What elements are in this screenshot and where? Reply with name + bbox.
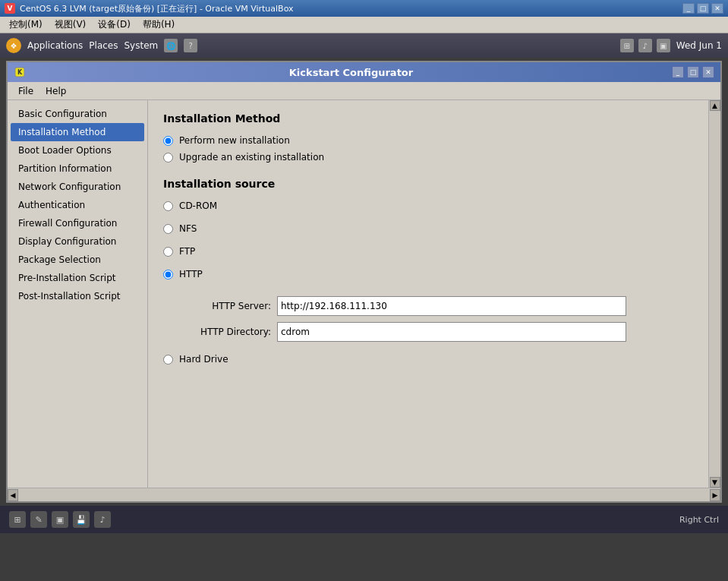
source-options-group: CD-ROM NFS FTP HTTP HTTP Server: [163, 201, 693, 371]
ftp-row: FTP [163, 246, 693, 257]
vbox-usb-icon[interactable]: ✎ [30, 511, 47, 528]
places-menu[interactable]: Places [89, 40, 118, 51]
display-icon: ▣ [657, 39, 670, 52]
http-server-input[interactable] [277, 296, 626, 316]
sidebar-item-network-configuration[interactable]: Network Configuration [11, 178, 144, 196]
vm-menubar: 控制(M) 视图(V) 设备(D) 帮助(H) [0, 17, 728, 33]
vertical-scrollbar[interactable]: ▲ ▼ [708, 100, 720, 488]
app-menubar: File Help [8, 82, 720, 100]
vm-menu-control[interactable]: 控制(M) [3, 17, 49, 33]
hard-drive-row: Hard Drive [163, 354, 693, 365]
window-titlebar: V CentOS 6.3 LVM (target原始备份) [正在运行] - O… [0, 0, 728, 17]
help-icon: ? [184, 39, 197, 52]
http-server-row: HTTP Server: [178, 296, 693, 316]
cdrom-row: CD-ROM [163, 201, 693, 211]
close-button[interactable]: ✕ [711, 3, 723, 14]
clock: Wed Jun 1 [676, 40, 722, 51]
sidebar-item-boot-loader-options[interactable]: Boot Loader Options [11, 141, 144, 159]
app-titlebar: K Kickstart Configurator _ □ ✕ [8, 62, 720, 82]
http-row: HTTP [163, 269, 693, 279]
http-details: HTTP Server: HTTP Directory: [178, 296, 693, 348]
installation-type-group: Perform new installation Upgrade an exis… [163, 135, 693, 163]
sidebar-item-pre-installation-script[interactable]: Pre-Installation Script [11, 269, 144, 287]
vbox-net-icon[interactable]: ⊞ [9, 511, 26, 528]
sidebar-item-firewall-configuration[interactable]: Firewall Configuration [11, 214, 144, 232]
nfs-row: NFS [163, 223, 693, 234]
system-menu[interactable]: System [124, 40, 158, 51]
vbox-hdd-icon[interactable]: 💾 [73, 511, 90, 528]
apps-icon: ❖ [6, 38, 21, 53]
app-content: Basic Configuration Installation Method … [8, 100, 720, 488]
vbox-bottom-bar: ⊞ ✎ ▣ 💾 ♪ Right Ctrl [0, 506, 728, 533]
app-title: Kickstart Configurator [30, 67, 672, 78]
titlebar-buttons[interactable]: _ □ ✕ [682, 3, 723, 14]
vbox-audio-icon[interactable]: ♪ [94, 511, 111, 528]
sidebar: Basic Configuration Installation Method … [8, 100, 148, 488]
maximize-button[interactable]: □ [697, 3, 709, 14]
http-directory-label: HTTP Directory: [178, 327, 277, 337]
ftp-radio[interactable] [163, 247, 173, 257]
http-radio[interactable] [163, 270, 173, 279]
network-tray-icon: ⊞ [620, 39, 634, 52]
perform-new-installation-radio[interactable] [163, 136, 173, 146]
http-server-label: HTTP Server: [178, 301, 277, 311]
h-scroll-track [18, 489, 710, 501]
http-directory-input[interactable] [277, 322, 626, 342]
http-directory-row: HTTP Directory: [178, 322, 693, 342]
app-icon: K [14, 67, 26, 77]
applications-menu[interactable]: Applications [27, 40, 83, 51]
vm-menu-view[interactable]: 视图(V) [49, 17, 93, 33]
sidebar-item-display-configuration[interactable]: Display Configuration [11, 232, 144, 251]
app-maximize-button[interactable]: □ [687, 66, 699, 78]
vbox-display-icon[interactable]: ▣ [52, 511, 68, 528]
system-tray: ⊞ ♪ ▣ [620, 39, 670, 52]
ftp-label[interactable]: FTP [179, 246, 195, 257]
titlebar-text: CentOS 6.3 LVM (target原始备份) [正在运行] - Ora… [20, 3, 682, 14]
sidebar-item-post-installation-script[interactable]: Post-Installation Script [11, 287, 144, 305]
upgrade-existing-radio[interactable] [163, 153, 173, 163]
upgrade-existing-row: Upgrade an existing installation [163, 152, 693, 163]
scroll-right-button[interactable]: ▶ [710, 489, 720, 501]
installation-source-title: Installation source [163, 178, 693, 190]
app-titlebar-buttons[interactable]: _ □ ✕ [672, 66, 714, 78]
help-menu[interactable]: Help [39, 84, 72, 98]
minimize-button[interactable]: _ [682, 3, 695, 14]
horizontal-scrollbar[interactable]: ◀ ▶ [8, 488, 720, 501]
network-globe-icon: 🌐 [164, 39, 178, 52]
scroll-up-button[interactable]: ▲ [710, 100, 720, 111]
taskbar: ❖ Applications Places System 🌐 ? ⊞ ♪ ▣ W… [0, 33, 728, 58]
sidebar-item-installation-method[interactable]: Installation Method [11, 123, 144, 141]
sidebar-item-partition-information[interactable]: Partition Information [11, 159, 144, 178]
app-window: K Kickstart Configurator _ □ ✕ File Help… [6, 61, 722, 503]
main-panel: Installation Method Perform new installa… [148, 100, 708, 488]
app-close-button[interactable]: ✕ [702, 66, 714, 78]
sidebar-item-authentication[interactable]: Authentication [11, 196, 144, 214]
scroll-left-button[interactable]: ◀ [8, 489, 18, 501]
installation-method-title: Installation Method [163, 112, 693, 125]
nfs-radio[interactable] [163, 224, 173, 234]
cdrom-radio[interactable] [163, 201, 173, 211]
volume-icon: ♪ [638, 39, 652, 52]
hard-drive-radio[interactable] [163, 355, 173, 365]
svg-text:K: K [17, 69, 23, 76]
http-label[interactable]: HTTP [179, 269, 203, 279]
taskbar-right: ⊞ ♪ ▣ Wed Jun 1 [620, 39, 722, 52]
vm-menu-device[interactable]: 设备(D) [92, 17, 137, 33]
titlebar-icon: V [5, 3, 15, 14]
upgrade-existing-label[interactable]: Upgrade an existing installation [179, 152, 324, 163]
sidebar-item-package-selection[interactable]: Package Selection [11, 251, 144, 269]
right-ctrl-label: Right Ctrl [679, 515, 719, 525]
hard-drive-label[interactable]: Hard Drive [179, 354, 228, 365]
nfs-label[interactable]: NFS [179, 223, 197, 234]
sidebar-item-basic-configuration[interactable]: Basic Configuration [11, 105, 144, 123]
vbox-status-icons: ⊞ ✎ ▣ 💾 ♪ [9, 511, 111, 528]
cdrom-label[interactable]: CD-ROM [179, 201, 217, 211]
file-menu[interactable]: File [12, 84, 39, 98]
perform-new-installation-label[interactable]: Perform new installation [179, 135, 290, 146]
scroll-down-button[interactable]: ▼ [710, 477, 720, 488]
perform-new-installation-row: Perform new installation [163, 135, 693, 146]
app-minimize-button[interactable]: _ [672, 66, 684, 78]
taskbar-left: ❖ Applications Places System 🌐 ? [6, 38, 197, 53]
vm-menu-help[interactable]: 帮助(H) [137, 17, 181, 33]
